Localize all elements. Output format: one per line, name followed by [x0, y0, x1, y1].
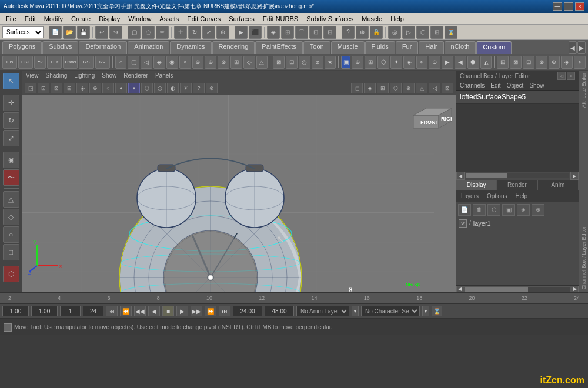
tool-h[interactable]: ⬢ [467, 56, 479, 69]
maximize-button[interactable]: □ [564, 2, 573, 11]
tool14[interactable]: ⊡ [286, 56, 298, 69]
snap-grid-button[interactable]: ⊞ [281, 26, 294, 39]
tool-a[interactable]: ⬡ [377, 56, 389, 69]
menu-edit[interactable]: Edit [21, 14, 39, 24]
tab-deformation[interactable]: Deformation [79, 41, 127, 54]
vp-renderer[interactable]: Renderer [123, 72, 148, 79]
ipr-button[interactable]: ⬛ [249, 26, 262, 39]
layer-visibility[interactable]: V [459, 219, 467, 228]
tool8[interactable]: ⊕ [205, 56, 216, 69]
char-set-dropdown[interactable]: No Character Set [361, 306, 420, 316]
curve-tool-button[interactable]: 〜 [34, 56, 46, 69]
tab-toon[interactable]: Toon [303, 41, 330, 54]
channel-box-label[interactable]: Channel Box / Layer Editor [581, 226, 587, 290]
current-frame-display[interactable] [31, 306, 58, 316]
tool-g[interactable]: ◀ [455, 56, 466, 69]
lt-tool2[interactable]: ◇ [3, 209, 19, 225]
scroll-track[interactable] [466, 173, 569, 178]
tool12[interactable]: △ [256, 56, 268, 69]
new-scene-button[interactable]: 📄 [49, 26, 62, 39]
undo-button[interactable]: ↩ [95, 26, 108, 39]
menu-window[interactable]: Window [125, 14, 155, 24]
connections-button[interactable]: ⌛ [445, 26, 457, 39]
tab-polygons[interactable]: Polygons [2, 41, 42, 54]
snap-view-button[interactable]: ⊟ [323, 26, 336, 39]
vp-btn12[interactable]: ◐ [167, 83, 179, 93]
output-button[interactable]: Out [47, 56, 62, 69]
lt-tool5[interactable]: ⬡ [3, 266, 19, 282]
channel-box-scrollbar-h[interactable]: ◀ ▶ [456, 172, 579, 180]
edit-menu-item[interactable]: Edit [490, 82, 500, 89]
vp-btn9[interactable]: ● [128, 83, 140, 93]
soft-select-button[interactable]: ? [342, 26, 355, 39]
tool-j[interactable]: ⊞ [497, 56, 509, 69]
sym-button[interactable]: ⊕ [356, 26, 369, 39]
tab-fluids[interactable]: Fluids [365, 41, 395, 54]
vp-lighting[interactable]: Lighting [74, 72, 95, 79]
tool-l[interactable]: ⊡ [523, 56, 534, 69]
tab-rendering[interactable]: Rendering [212, 41, 255, 54]
redo-button[interactable]: ↪ [109, 26, 122, 39]
tool-d[interactable]: ⌖ [416, 56, 428, 69]
tool-b[interactable]: ✦ [390, 56, 402, 69]
menu-muscle[interactable]: Muscle [358, 14, 386, 24]
anim-tab[interactable]: Anim [538, 180, 579, 190]
history-button[interactable]: His [2, 56, 17, 69]
vp-view[interactable]: View [26, 72, 39, 79]
help-subtab[interactable]: Help [513, 192, 530, 200]
vp-select-type5[interactable]: ⊕ [403, 83, 415, 93]
move-button[interactable]: ✛ [174, 26, 187, 39]
go-start-button[interactable]: ⏮ [106, 306, 118, 316]
curve-tool-lt[interactable]: 〜 [3, 169, 19, 186]
scrollbar-track[interactable] [465, 287, 570, 292]
rv-button[interactable]: RV [95, 56, 110, 69]
start-frame-field[interactable] [2, 306, 29, 316]
show-manip-button[interactable]: ◈ [267, 26, 280, 39]
select-tool[interactable]: ↖ [3, 73, 19, 89]
lt-tool1[interactable]: △ [3, 191, 19, 208]
options-subtab[interactable]: Options [485, 192, 509, 200]
vp-panels[interactable]: Panels [155, 72, 173, 79]
vp-btn14[interactable]: ? [193, 83, 205, 93]
hyp-editor-button[interactable]: ⬡ [416, 26, 429, 39]
tool7[interactable]: ⊛ [192, 56, 204, 69]
layers-subtab[interactable]: Layers [459, 192, 481, 200]
tool16[interactable]: ⌀ [312, 56, 323, 69]
tool5[interactable]: ◉ [166, 56, 178, 69]
end-frame-field[interactable] [83, 306, 103, 316]
save-button[interactable]: 💾 [77, 26, 90, 39]
go-end-button[interactable]: ⏭ [219, 306, 230, 316]
vp-select-type2[interactable]: ◈ [364, 83, 376, 93]
tool-f[interactable]: ▶ [442, 56, 453, 69]
vp-shading[interactable]: Shading [46, 72, 68, 79]
tab-dynamics[interactable]: Dynamics [170, 41, 211, 54]
soft-select[interactable]: ◉ [3, 152, 19, 168]
display-tab[interactable]: Display [456, 180, 497, 190]
vp-btn11[interactable]: ◎ [154, 83, 166, 93]
vp-select-type4[interactable]: ⬡ [390, 83, 402, 93]
vp-select-type6[interactable]: △ [416, 83, 427, 93]
stop-button[interactable]: ■ [162, 306, 174, 316]
menu-file[interactable]: File [2, 14, 20, 24]
timeline[interactable]: 2 4 6 8 10 12 14 16 18 20 22 24 [0, 292, 588, 304]
step-forward-button[interactable]: ⏩ [205, 306, 216, 316]
tool-k[interactable]: ⊠ [510, 56, 522, 69]
vp-btn8[interactable]: ● [115, 83, 127, 93]
layer-menu-3[interactable]: ◈ [517, 204, 530, 216]
move-tool[interactable]: ✛ [3, 95, 19, 111]
rp-pin-button[interactable]: ◁ [557, 72, 566, 80]
vp-btn6[interactable]: ⊕ [89, 83, 101, 93]
time-range-max[interactable] [265, 306, 294, 316]
snap-point-button[interactable]: ⊡ [309, 26, 322, 39]
anim-layer-dropdown[interactable]: No Anim Layer [296, 306, 349, 316]
viewport[interactable]: View Shading Lighting Show Renderer Pane… [22, 71, 456, 292]
layer-menu-4[interactable]: ⊕ [532, 204, 544, 216]
lt-tool3[interactable]: ○ [3, 226, 19, 243]
input-output-button[interactable]: ▷ [402, 26, 415, 39]
menu-create[interactable]: Create [68, 14, 94, 24]
menu-edit-curves[interactable]: Edit Curves [183, 14, 224, 24]
menu-help[interactable]: Help [387, 14, 407, 24]
time-range-end[interactable] [233, 306, 262, 316]
scroll-thumb[interactable] [466, 173, 507, 178]
tab-fur[interactable]: Fur [396, 41, 419, 54]
